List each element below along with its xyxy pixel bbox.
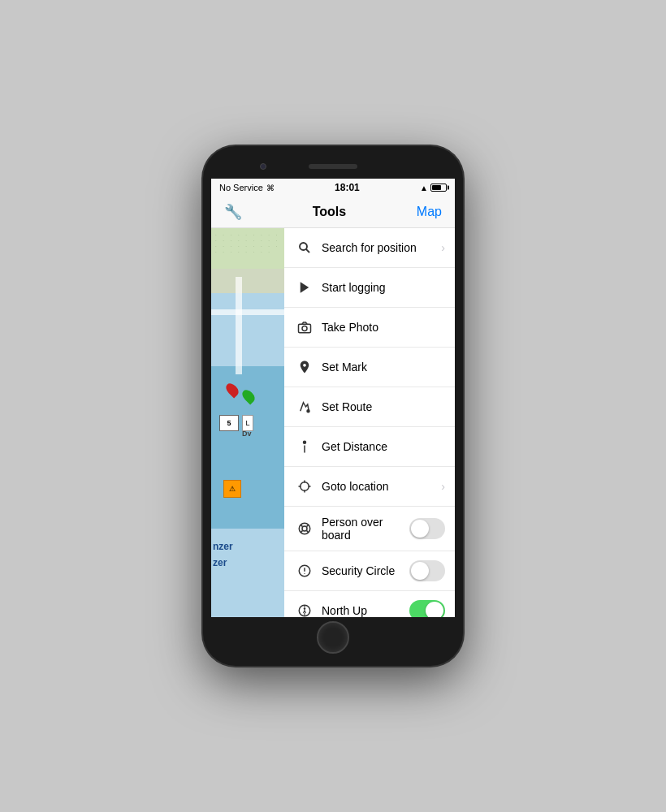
mark-label: Set Mark xyxy=(322,361,445,374)
status-time: 18:01 xyxy=(335,182,360,193)
signal-icon: ▲ xyxy=(420,184,428,192)
photo-label: Take Photo xyxy=(322,321,445,334)
northup-toggle[interactable] xyxy=(409,600,445,617)
menu-item-person-board[interactable]: Person over board xyxy=(284,507,455,551)
map-panel[interactable]: 5 L Dv ⚠ nzer zer · · · · · · · · · · · … xyxy=(211,228,284,617)
nav-title: Tools xyxy=(313,205,346,219)
carrier-text: No Service xyxy=(219,183,263,192)
menu-item-search[interactable]: Search for position › xyxy=(284,228,455,268)
status-left: No Service ⌘ xyxy=(219,183,275,192)
menu-item-logging[interactable]: Start logging xyxy=(284,268,455,308)
exclaim-icon xyxy=(294,560,315,581)
distance-icon xyxy=(294,436,315,457)
phone-screen: No Service ⌘ 18:01 ▲ 🔧 Tools Map xyxy=(211,179,455,617)
map-l-box: L xyxy=(242,415,253,431)
distance-label: Get Distance xyxy=(322,440,445,453)
route-label: Set Route xyxy=(322,400,445,413)
security-label: Security Circle xyxy=(322,564,409,577)
svg-line-1 xyxy=(306,249,309,253)
battery-icon xyxy=(430,184,447,192)
speaker xyxy=(309,164,357,169)
person-board-label: Person over board xyxy=(322,516,409,542)
camera-dot xyxy=(260,163,266,170)
security-knob xyxy=(411,562,429,580)
svg-line-14 xyxy=(307,531,309,533)
menu-panel: Search for position › Start logging xyxy=(284,228,455,617)
svg-point-4 xyxy=(302,326,307,331)
menu-item-goto[interactable]: Goto location › xyxy=(284,467,455,507)
battery-fill xyxy=(432,185,441,190)
map-road-h xyxy=(211,309,284,315)
route-icon xyxy=(294,396,315,417)
svg-point-0 xyxy=(300,243,307,250)
search-chevron: › xyxy=(441,241,445,254)
goto-label: Goto location xyxy=(322,480,441,493)
phone-device: No Service ⌘ 18:01 ▲ 🔧 Tools Map xyxy=(203,146,463,666)
menu-item-security[interactable]: Security Circle xyxy=(284,551,455,591)
svg-line-16 xyxy=(301,531,302,533)
menu-item-distance[interactable]: Get Distance xyxy=(284,427,455,467)
map-dv-text: Dv xyxy=(242,430,252,438)
map-text-2: zer xyxy=(213,557,227,568)
svg-point-12 xyxy=(302,526,307,531)
map-dots-pattern: · · · · · · · · · · · · · · · · · · · · … xyxy=(215,232,280,255)
svg-point-19 xyxy=(304,573,305,574)
map-text-1: nzer xyxy=(213,541,233,552)
phone-top-bar xyxy=(211,154,455,179)
northup-label: North Up xyxy=(322,604,409,617)
security-toggle[interactable] xyxy=(409,560,445,581)
pin-icon xyxy=(294,356,315,378)
svg-line-15 xyxy=(307,525,309,526)
menu-item-mark[interactable]: Set Mark xyxy=(284,348,455,387)
svg-marker-2 xyxy=(301,282,309,293)
wifi-icon: ⌘ xyxy=(266,184,275,192)
status-bar: No Service ⌘ 18:01 ▲ xyxy=(211,179,455,197)
map-number-box: 5 xyxy=(219,415,239,431)
phone-bottom xyxy=(317,617,349,658)
crosshair-icon xyxy=(294,476,315,497)
wrench-icon: 🔧 xyxy=(224,203,242,221)
menu-item-route[interactable]: Set Route xyxy=(284,387,455,427)
search-icon xyxy=(294,237,315,258)
person-board-toggle[interactable] xyxy=(409,518,445,539)
search-label: Search for position xyxy=(322,241,441,254)
logging-label: Start logging xyxy=(322,281,445,294)
nav-map-button[interactable]: Map xyxy=(417,205,442,219)
person-board-knob xyxy=(411,520,429,538)
northup-knob xyxy=(426,602,443,617)
lifering-icon xyxy=(294,518,315,539)
status-right: ▲ xyxy=(420,184,447,192)
play-icon xyxy=(294,277,315,298)
goto-chevron: › xyxy=(441,480,445,493)
menu-item-photo[interactable]: Take Photo xyxy=(284,308,455,348)
map-road-v xyxy=(236,277,242,374)
svg-line-13 xyxy=(301,525,302,526)
nav-header: 🔧 Tools Map xyxy=(211,197,455,228)
camera-icon xyxy=(294,317,315,338)
home-button[interactable] xyxy=(317,621,349,654)
content-area: 5 L Dv ⚠ nzer zer · · · · · · · · · · · … xyxy=(211,228,455,617)
map-warning-sign: ⚠ xyxy=(223,480,241,498)
svg-point-5 xyxy=(307,410,309,412)
svg-point-6 xyxy=(301,482,309,491)
menu-item-northup[interactable]: North Up xyxy=(284,591,455,617)
nav-back-area[interactable]: 🔧 xyxy=(224,203,242,221)
map-gray-area xyxy=(211,269,284,293)
compass-icon xyxy=(294,600,315,617)
